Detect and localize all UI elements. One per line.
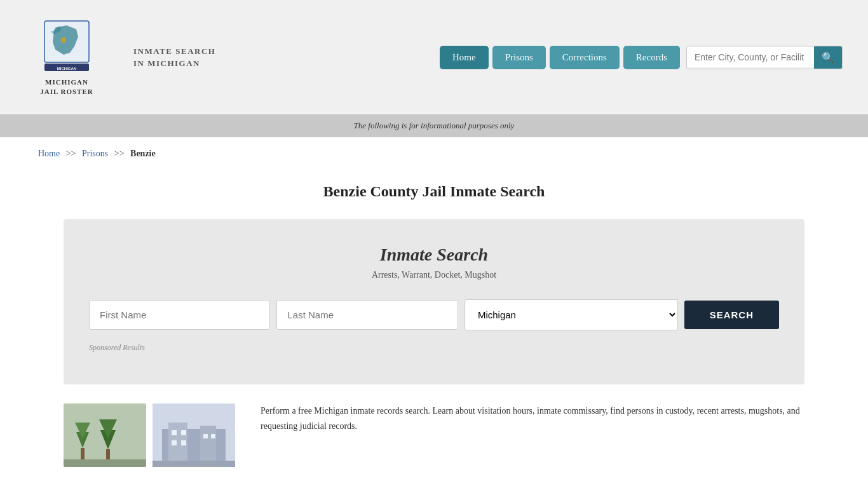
svg-rect-21 bbox=[211, 434, 215, 438]
nav-buttons: Home Prisons Corrections Records bbox=[440, 46, 680, 69]
header: MICHIGAN MICHIGAN JAIL ROSTER INMATE SEA… bbox=[0, 0, 868, 114]
nav-records-button[interactable]: Records bbox=[623, 46, 680, 69]
nav-search-area: Home Prisons Corrections Records 🔍 bbox=[235, 46, 843, 69]
logo-text: MICHIGAN JAIL ROSTER bbox=[40, 78, 93, 97]
bottom-images bbox=[64, 403, 241, 467]
nav-home-button[interactable]: Home bbox=[440, 46, 489, 69]
state-select[interactable]: AlabamaAlaskaArizonaArkansasCaliforniaCo… bbox=[465, 299, 678, 330]
svg-rect-20 bbox=[203, 434, 208, 438]
search-section-title: Inmate Search bbox=[89, 245, 779, 265]
svg-point-1 bbox=[61, 37, 66, 43]
header-search-button[interactable]: 🔍 bbox=[814, 46, 842, 69]
svg-rect-15 bbox=[200, 426, 216, 464]
nav-corrections-button[interactable]: Corrections bbox=[550, 46, 620, 69]
bottom-image-2 bbox=[153, 403, 235, 467]
breadcrumb-separator-2: >> bbox=[114, 149, 125, 158]
search-form: AlabamaAlaskaArizonaArkansasCaliforniaCo… bbox=[89, 299, 779, 330]
svg-rect-18 bbox=[172, 440, 177, 445]
search-section: Inmate Search Arrests, Warrant, Docket, … bbox=[64, 219, 804, 384]
breadcrumb-prisons-link[interactable]: Prisons bbox=[82, 149, 108, 158]
svg-rect-22 bbox=[153, 461, 235, 467]
search-icon: 🔍 bbox=[822, 52, 834, 63]
page-title: Benzie County Jail Inmate Search bbox=[0, 183, 868, 200]
bottom-description: Perform a free Michigan inmate records s… bbox=[261, 403, 804, 434]
breadcrumb-current: Benzie bbox=[130, 149, 156, 158]
svg-rect-16 bbox=[172, 430, 177, 435]
info-bar: The following is for informational purpo… bbox=[0, 114, 868, 137]
last-name-input[interactable] bbox=[276, 300, 458, 330]
sponsored-results-label: Sponsored Results bbox=[89, 343, 779, 353]
search-button[interactable]: SEARCH bbox=[684, 301, 779, 329]
svg-rect-19 bbox=[181, 440, 186, 445]
logo-image: MICHIGAN bbox=[41, 18, 92, 75]
bottom-image-1 bbox=[64, 403, 146, 467]
breadcrumb-separator-1: >> bbox=[66, 149, 76, 158]
logo-area: MICHIGAN MICHIGAN JAIL ROSTER bbox=[25, 18, 108, 97]
svg-rect-17 bbox=[181, 430, 186, 435]
page-title-wrap: Benzie County Jail Inmate Search bbox=[0, 170, 868, 219]
header-search-input[interactable] bbox=[687, 47, 814, 67]
bottom-section: Perform a free Michigan inmate records s… bbox=[64, 403, 804, 467]
breadcrumb: Home >> Prisons >> Benzie bbox=[0, 137, 868, 170]
svg-text:MICHIGAN: MICHIGAN bbox=[57, 67, 76, 71]
site-title: INMATE SEARCH IN MICHIGAN bbox=[133, 45, 216, 70]
search-section-subtitle: Arrests, Warrant, Docket, Mugshot bbox=[89, 270, 779, 280]
svg-rect-11 bbox=[64, 459, 146, 467]
header-search-bar: 🔍 bbox=[686, 46, 843, 69]
nav-prisons-button[interactable]: Prisons bbox=[492, 46, 546, 69]
svg-rect-7 bbox=[81, 448, 85, 461]
first-name-input[interactable] bbox=[89, 300, 270, 330]
breadcrumb-home-link[interactable]: Home bbox=[38, 149, 60, 158]
